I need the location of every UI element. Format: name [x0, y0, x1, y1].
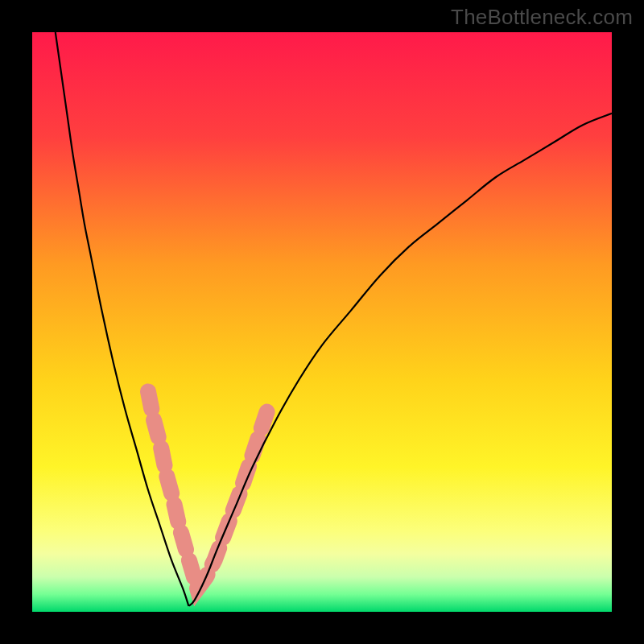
chart-svg [32, 32, 612, 612]
chart-container: TheBottleneck.com [0, 0, 644, 644]
left-branch-curve [56, 32, 189, 606]
plot-area [32, 32, 612, 612]
watermark-text: TheBottleneck.com [451, 5, 633, 30]
highlight-dots-series [148, 391, 267, 588]
right-branch-curve [188, 114, 612, 606]
